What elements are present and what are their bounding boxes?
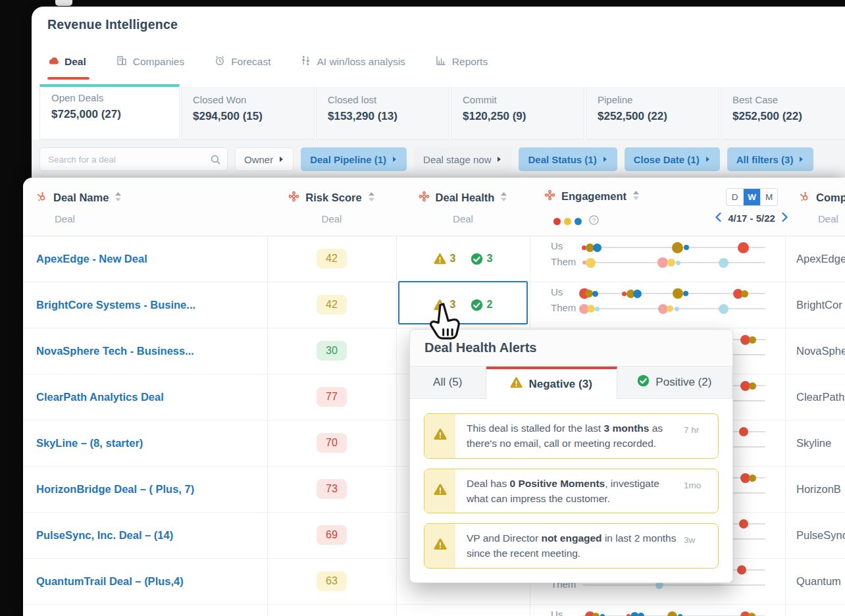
popup-tab-positive-2[interactable]: Positive (2) [617, 367, 732, 399]
deal-name-link[interactable]: NovaSphere Tech - Business... [36, 328, 194, 374]
legend-dot [575, 218, 582, 225]
deal-name-link[interactable]: QuantumTrail Deal – (Plus,4) [36, 558, 184, 604]
owner-filter-button[interactable]: Owner [235, 147, 294, 171]
nav-tab-ai-win-loss-analysis[interactable]: AI win/loss analysis [301, 55, 405, 68]
nav-tab-companies[interactable]: Companies [116, 55, 184, 68]
help-icon[interactable]: ? [589, 215, 599, 228]
deal-name-link[interactable]: ClearPath Analytics Deal [36, 374, 164, 420]
engagement-dot [600, 614, 605, 616]
search-input[interactable] [40, 148, 227, 170]
engagement-dot [748, 613, 755, 616]
column-subtitle: Deal [267, 213, 396, 224]
summary-card-commit[interactable]: Commit$120,250 (9) [451, 87, 584, 140]
sort-icon[interactable] [632, 190, 640, 203]
summary-card-value: $120,250 (9) [463, 110, 573, 123]
company-cell: Skyline [796, 420, 831, 466]
selected-cell-outline [398, 281, 528, 324]
engagement-dot [737, 565, 746, 575]
engagement-dot [667, 259, 675, 267]
summary-card-label: Closed Won [193, 94, 303, 105]
sort-icon[interactable] [500, 192, 507, 205]
owner-filter-label: Owner [244, 154, 273, 165]
alert-text-segment: VP and Director [467, 532, 541, 544]
alert-card: VP and Director not engaged in last 2 mo… [424, 523, 719, 569]
company-cell: ApexEdge [796, 236, 845, 282]
risk-score-badge: 42 [317, 295, 347, 315]
company-cell: Quantum [796, 558, 841, 604]
granularity-m[interactable]: M [760, 189, 777, 205]
deal-name-link[interactable]: HorizonBridge Deal – ( Plus, 7) [36, 466, 194, 512]
chevron-right-icon [705, 156, 711, 163]
popup-tab-negative-3[interactable]: Negative (3) [486, 367, 617, 399]
sort-icon[interactable] [368, 192, 375, 205]
column-header-company[interactable]: Comp [799, 191, 845, 205]
nav-tab-deal[interactable]: Deal [47, 56, 86, 68]
granularity-d[interactable]: D [727, 189, 743, 205]
filter-chip-deal-stage-now[interactable]: Deal stage now [414, 147, 511, 171]
risk-score-badge: 73 [317, 479, 347, 499]
company-cell: NovaSphe [796, 328, 845, 374]
filter-chip-close-date-1[interactable]: Close Date (1) [625, 147, 720, 171]
engagement-dot [675, 307, 679, 311]
company-cell: ClearPath [796, 374, 844, 420]
engagement-dot [657, 257, 668, 268]
deal-health-cell[interactable]: 33 [396, 236, 530, 282]
filter-chip-all-filters-3[interactable]: All filters (3) [727, 147, 814, 171]
summary-card-value: $153,290 (13) [328, 110, 438, 123]
revenue-intelligence-screen: Revenue Intelligence DealCompaniesForeca… [0, 0, 845, 616]
chevron-right-icon [278, 156, 284, 163]
engagement-dot [739, 519, 748, 528]
alert-stripe [424, 524, 455, 568]
engagement-dot [673, 288, 683, 299]
column-header-deal-health[interactable]: Deal Health [396, 191, 530, 205]
deal-health-cell[interactable] [396, 604, 530, 616]
background-window-notch [55, 0, 72, 6]
nav-tab-label: Companies [133, 56, 184, 68]
engagement-dot [592, 613, 600, 616]
legend-dot [564, 218, 571, 225]
engagement-dot [638, 613, 644, 616]
chevron-right-icon [602, 156, 608, 163]
risk-score-badge: 30 [317, 341, 347, 361]
summary-card-open-deals[interactable]: Open Deals$725,000 (27) [39, 84, 180, 140]
filter-chip-deal-status-1[interactable]: Deal Status (1) [519, 147, 617, 171]
svg-text:?: ? [592, 217, 596, 224]
summary-card-best-case[interactable]: Best Case$252,500 (22) [721, 87, 845, 140]
summary-card-closed-won[interactable]: Closed Won$294,500 (15) [181, 87, 315, 140]
alert-card: Deal has 0 Positive Moments, investigate… [424, 469, 719, 514]
filter-chip-deal-pipeline-1[interactable]: Deal Pipeline (1) [301, 147, 407, 171]
warning-icon [434, 483, 447, 499]
nav-tab-forecast[interactable]: Forecast [215, 55, 270, 68]
positive-count: 3 [487, 253, 493, 265]
summary-card-pipeline[interactable]: Pipeline$252,500 (22) [586, 87, 719, 140]
popup-tab-all-5[interactable]: All (5) [410, 367, 486, 399]
engagement-dot [633, 290, 642, 298]
engagement-dot [593, 244, 602, 252]
date-range-nav: 4/17 - 5/22 [696, 212, 807, 224]
deal-name-link[interactable]: BrightCore Systems - Busine... [36, 282, 195, 328]
column-header-engagement[interactable]: Engagement [544, 190, 640, 203]
chevron-right-icon[interactable] [781, 212, 788, 224]
check-icon [637, 374, 650, 390]
column-label: Engagement [561, 190, 627, 203]
summary-card-closed-lost[interactable]: Closed lost$153,290 (13) [316, 87, 449, 140]
column-header-deal-name[interactable]: Deal Name [36, 191, 122, 205]
granularity-w[interactable]: W [743, 189, 760, 205]
chevron-left-icon[interactable] [715, 212, 722, 224]
deal-name-link[interactable]: ApexEdge - New Deal [36, 236, 147, 282]
nav-tab-label: Deal [64, 56, 86, 68]
summary-card-value: $294,500 (15) [193, 110, 303, 123]
negative-alerts: 3 [434, 253, 456, 265]
nav-tab-label: Reports [452, 56, 488, 68]
deal-name-link[interactable]: PulseSync, Inc. Deal – (14) [36, 512, 173, 558]
deal-health-alerts-popup: Deal Health Alerts All (5)Negative (3)Po… [409, 329, 733, 583]
engagement-dot [719, 304, 729, 314]
column-label: Deal Name [53, 192, 109, 204]
deal-name-link[interactable]: SkyLine – (8, starter) [36, 420, 143, 466]
column-header-risk-score[interactable]: Risk Score [267, 191, 396, 205]
nav-tab-reports[interactable]: Reports [436, 55, 488, 68]
column-label: Comp [816, 192, 845, 204]
deal-search [39, 147, 228, 171]
sort-icon[interactable] [115, 192, 122, 205]
them-engagement-track [582, 584, 765, 586]
